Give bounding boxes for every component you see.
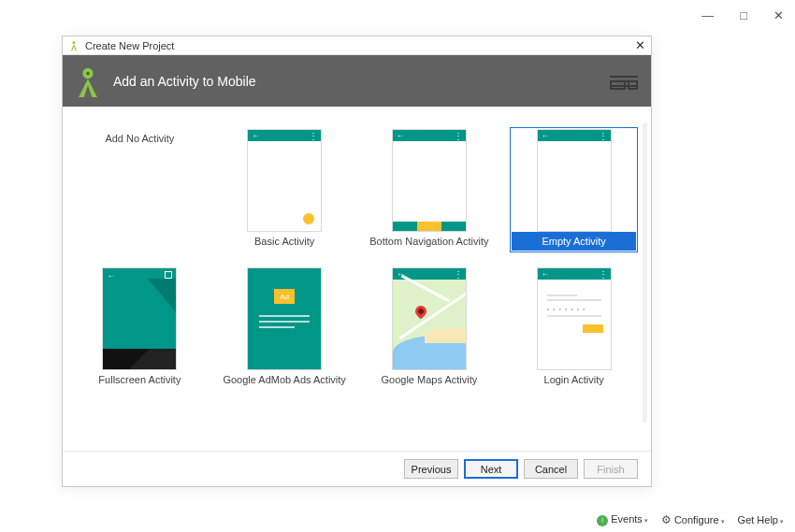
svg-point-0 (73, 41, 76, 44)
events-badge-icon: ! (597, 515, 608, 526)
maximize-button[interactable]: □ (740, 9, 747, 22)
android-studio-logo-icon (72, 65, 104, 97)
activity-label: Google AdMob Ads Activity (223, 374, 345, 385)
finish-button[interactable]: Finish (584, 459, 638, 479)
activity-label: Empty Activity (542, 236, 605, 247)
activity-label: Add No Activity (105, 133, 174, 144)
close-window-button[interactable]: ✕ (773, 9, 784, 22)
activity-thumbnail: ←⋮• • • • • • • (537, 267, 612, 370)
activity-card-bottom-nav[interactable]: ←⋮Bottom Navigation Activity (366, 127, 494, 252)
activity-card-fullscreen[interactable]: ←Fullscreen Activity (76, 266, 204, 391)
dialog-close-button[interactable]: ✕ (635, 38, 645, 52)
events-menu[interactable]: ! Events▾ (597, 513, 648, 526)
dialog-footer: Previous Next Cancel Finish (63, 451, 651, 486)
form-factor-icon (610, 69, 638, 93)
activity-card-maps[interactable]: ←⋮Google Maps Activity (366, 266, 494, 391)
activity-label: Google Maps Activity (382, 374, 478, 385)
scrollbar[interactable] (643, 123, 647, 423)
window-controls: — □ ✕ (701, 9, 784, 22)
next-button[interactable]: Next (464, 459, 518, 479)
minimize-button[interactable]: — (701, 9, 714, 22)
activity-thumbnail: ←⋮ (392, 267, 467, 370)
activity-thumbnail: ←⋮ (247, 129, 322, 232)
svg-point-2 (86, 71, 89, 74)
android-studio-icon (68, 40, 80, 51)
activity-gallery: Add No Activity←⋮Basic Activity←⋮Bottom … (63, 107, 651, 451)
activity-label: Login Activity (544, 374, 604, 385)
activity-card-admob[interactable]: AdGoogle AdMob Ads Activity (221, 266, 349, 391)
activity-card-no-activity[interactable]: Add No Activity (76, 127, 204, 252)
gear-icon: ⚙ (661, 513, 672, 526)
dialog-title: Create New Project (85, 40, 174, 51)
activity-thumbnail: ← (102, 267, 177, 370)
get-help-menu[interactable]: Get Help▾ (738, 514, 784, 525)
dialog-header-title: Add an Activity to Mobile (113, 74, 256, 89)
status-bar: ! Events▾ ⚙ Configure▾ Get Help▾ (597, 513, 784, 526)
cancel-button[interactable]: Cancel (524, 459, 578, 479)
previous-button[interactable]: Previous (404, 459, 458, 479)
activity-label: Bottom Navigation Activity (369, 236, 488, 247)
dialog-titlebar: Create New Project ✕ (63, 36, 651, 55)
create-project-dialog: Create New Project ✕ Add an Activity to … (62, 36, 652, 487)
activity-thumbnail: ←⋮ (537, 129, 612, 232)
activity-thumbnail: ←⋮ (392, 129, 467, 232)
configure-menu[interactable]: ⚙ Configure▾ (661, 513, 725, 526)
activity-card-basic[interactable]: ←⋮Basic Activity (221, 127, 349, 252)
activity-thumbnail: Ad (247, 267, 322, 370)
activity-card-login[interactable]: ←⋮• • • • • • •Login Activity (510, 266, 638, 391)
activity-label: Fullscreen Activity (98, 374, 181, 385)
activity-card-empty[interactable]: ←⋮Empty Activity (510, 127, 638, 252)
dialog-header: Add an Activity to Mobile (63, 55, 651, 107)
activity-label: Basic Activity (254, 236, 314, 247)
